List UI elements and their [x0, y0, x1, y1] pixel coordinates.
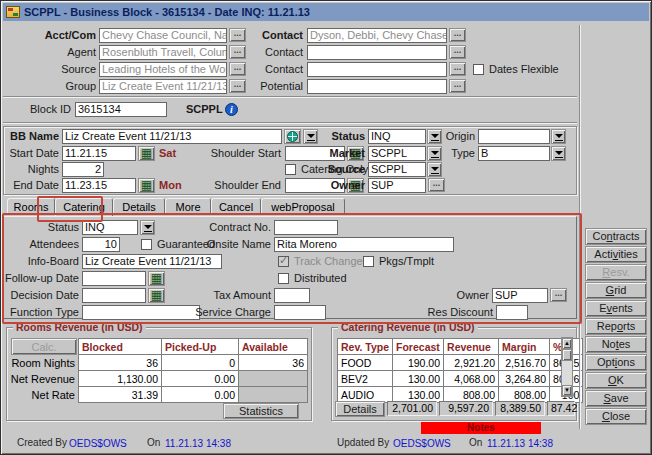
owner-label: Owner	[319, 178, 365, 193]
updated-by-label: Updated By	[337, 437, 389, 448]
end-date-field[interactable]: 11.23.15	[62, 178, 136, 193]
function-type-field[interactable]	[82, 305, 200, 320]
attendees-field[interactable]: 10	[82, 237, 120, 252]
type-field[interactable]: B	[478, 146, 550, 161]
window-title: SCPPL - Business Block - 3615134 - Date …	[24, 6, 310, 18]
agent-label: Agent	[3, 45, 96, 60]
side-button-events[interactable]: Events	[585, 300, 647, 317]
divider	[3, 96, 577, 98]
service-charge-field[interactable]	[274, 305, 326, 320]
followup-date-field[interactable]	[82, 271, 146, 286]
details-button[interactable]: Details	[335, 401, 385, 417]
info-board-field[interactable]: Liz Create Event 11/21/13	[82, 254, 222, 269]
res-discount-field[interactable]	[496, 305, 528, 320]
dates-flexible-checkbox[interactable]	[473, 64, 484, 75]
agent-field[interactable]: Rosenbluth Travell, Columbia, 1800-r	[99, 45, 227, 60]
tab-webproposal[interactable]: webProposal	[261, 198, 345, 215]
contact2-field[interactable]	[307, 45, 447, 60]
scroll-thumb[interactable]	[562, 349, 572, 361]
table-row: FOOD 190.00 2,921.20 2,516.70 86.15	[338, 355, 583, 371]
acctcom-field[interactable]: Chevy Chase Council, Naples,	[99, 28, 227, 43]
decision-calendar-icon[interactable]	[148, 288, 165, 303]
onsite-name-field[interactable]: Rita Moreno	[274, 237, 454, 252]
contact2-browse-icon[interactable]	[449, 45, 466, 59]
type-dropdown-icon[interactable]	[551, 146, 566, 161]
bb-name-dropdown-icon[interactable]	[303, 129, 318, 144]
side-button-notes[interactable]: Notes	[585, 336, 647, 353]
cat-owner-field[interactable]: SUP	[492, 288, 548, 303]
table-row: 31.39 0.00	[79, 387, 308, 403]
owner-field[interactable]: SUP	[368, 178, 426, 193]
statistics-button[interactable]: Statistics	[223, 403, 299, 419]
side-button-close[interactable]: Close	[585, 408, 647, 425]
origin-dropdown-icon[interactable]	[551, 129, 566, 144]
cell: 36	[239, 355, 308, 371]
contract-no-field[interactable]	[274, 220, 338, 235]
side-button-activities[interactable]: Activities	[585, 246, 647, 263]
status-field[interactable]: INQ	[368, 129, 426, 144]
group-browse-icon[interactable]	[229, 79, 246, 93]
scroll-down-icon[interactable]: ▼	[562, 385, 572, 396]
start-date-calendar-icon[interactable]	[138, 146, 155, 161]
source-dropdown-icon[interactable]	[427, 162, 442, 177]
guaranteed-checkbox[interactable]	[141, 239, 152, 250]
nights-field[interactable]: 2	[62, 162, 104, 177]
contract-no-label: Contract No.	[191, 220, 271, 235]
origin-field[interactable]	[478, 129, 550, 144]
tax-amount-field[interactable]	[274, 288, 310, 303]
updated-on-value: 11.21.13 14:38	[487, 438, 553, 449]
translate-globe-icon[interactable]	[284, 129, 301, 144]
created-on-value: 11.21.13 14:38	[165, 438, 231, 449]
end-date-calendar-icon[interactable]	[138, 178, 155, 193]
tab-cancel[interactable]: Cancel	[211, 198, 261, 215]
function-type-label: Function Type	[3, 305, 79, 320]
side-button-reports[interactable]: Reports	[585, 318, 647, 335]
tab-details[interactable]: Details	[113, 198, 165, 215]
tab-rooms[interactable]: Rooms	[7, 198, 55, 215]
potential-field[interactable]	[307, 79, 447, 94]
contact3-browse-icon[interactable]	[449, 62, 466, 76]
cell	[239, 371, 308, 387]
source-field[interactable]: Leading Hotels of the World, Naples,	[99, 62, 227, 77]
side-button-grid[interactable]: Grid	[585, 282, 647, 299]
contact3-field[interactable]	[307, 62, 447, 77]
owner-browse-icon[interactable]	[428, 178, 445, 192]
start-dow: Sat	[159, 146, 187, 161]
acctcom-browse-icon[interactable]	[229, 28, 246, 42]
cat-status-dropdown-icon[interactable]	[140, 220, 155, 235]
info-icon[interactable]	[225, 103, 238, 116]
catering-only-checkbox[interactable]	[285, 164, 296, 175]
side-button-contracts[interactable]: Contracts	[585, 228, 647, 245]
agent-browse-icon[interactable]	[229, 45, 246, 59]
pkgs-tmplt-label: Pkgs/Tmplt	[379, 255, 434, 268]
contact1-browse-icon[interactable]	[449, 28, 466, 42]
end-dow: Mon	[159, 178, 189, 193]
source-browse-icon[interactable]	[229, 62, 246, 76]
followup-calendar-icon[interactable]	[148, 271, 165, 286]
source-code-field[interactable]: SCPPL	[368, 162, 426, 177]
potential-browse-icon[interactable]	[449, 79, 466, 93]
tab-more[interactable]: More	[165, 198, 211, 215]
side-button-ok[interactable]: OK	[585, 372, 647, 389]
contact3-label: Contact	[251, 62, 303, 77]
distributed-checkbox[interactable]	[278, 273, 289, 284]
start-date-field[interactable]: 11.21.15	[62, 146, 136, 161]
updated-on-label: On	[469, 437, 482, 448]
tab-catering[interactable]: Catering	[55, 198, 113, 217]
col-picked-up: Picked-Up	[162, 339, 239, 355]
side-button-options[interactable]: Options	[585, 354, 647, 371]
cat-status-field[interactable]: INQ	[82, 220, 138, 235]
pkgs-tmplt-checkbox[interactable]	[363, 256, 374, 267]
group-field[interactable]: Liz Create Event 11/21/13	[99, 79, 227, 94]
cat-owner-browse-icon[interactable]	[550, 288, 567, 302]
contact1-field[interactable]: Dyson, Debbi, Chevy Chase, 1800-123-	[307, 28, 447, 43]
cell: 2,516.70	[499, 355, 550, 371]
decision-date-field[interactable]	[82, 288, 146, 303]
side-button-save[interactable]: Save	[585, 390, 647, 407]
catering-table-scrollbar[interactable]: ▲ ▼	[561, 337, 573, 397]
bb-name-field[interactable]: Liz Create Event 11/21/13	[62, 129, 282, 144]
scroll-up-icon[interactable]: ▲	[562, 338, 572, 349]
bb-name-label: BB Name	[3, 129, 59, 144]
market-field[interactable]: SCPPL	[368, 146, 426, 161]
app-icon	[6, 6, 20, 18]
